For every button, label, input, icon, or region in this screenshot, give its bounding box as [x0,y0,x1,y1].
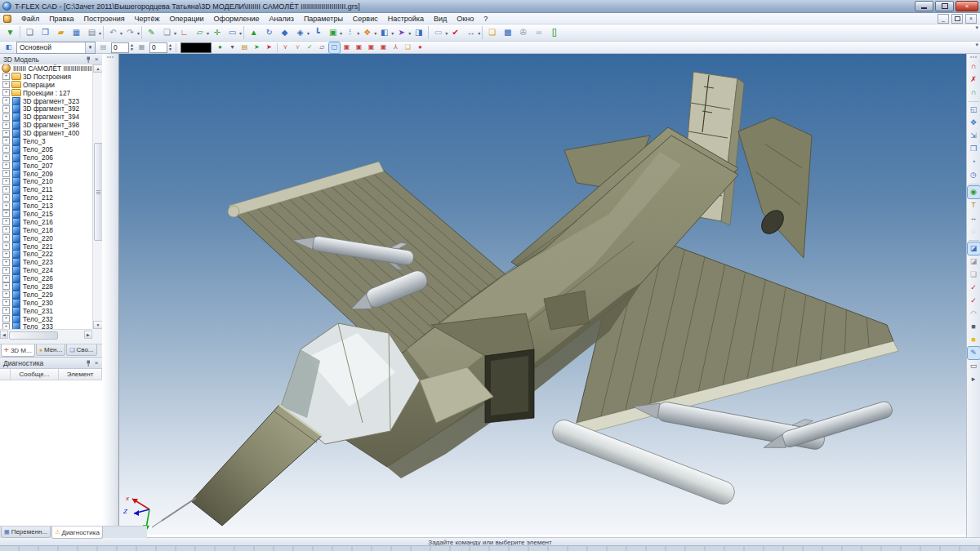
workplane-3d-icon[interactable]: ▭ [225,26,239,40]
snap1-icon[interactable]: ▣ [341,42,352,53]
tree-item[interactable]: +Тело_221 [0,242,92,251]
tree-item[interactable]: +Тело_222 [0,250,92,258]
chevron-down-icon[interactable]: ▾ [174,30,176,36]
delete-op-icon[interactable]: ▭ [431,26,445,40]
expand-icon[interactable]: + [2,210,10,217]
fuel-tank[interactable] [550,417,737,508]
check-bodies-icon[interactable]: ✓ [968,295,980,307]
aircraft-model[interactable]: x Z [119,54,967,537]
tree-del-icon[interactable]: ➤ [264,42,274,53]
menu-item-4[interactable]: Операции [165,13,209,24]
tree-up-icon[interactable]: ➤ [252,42,262,53]
expand-icon[interactable]: + [2,81,10,88]
expand-icon[interactable]: + [2,113,10,121]
expand-icon[interactable]: + [2,275,10,282]
expand-icon[interactable]: + [2,145,10,153]
minimize-button[interactable] [915,1,933,11]
workplane-icon[interactable]: ▱ [193,26,207,40]
title-bar[interactable]: T-FLEX CAD - [C:\Зачет 2011\Вышегородцев… [0,0,980,13]
body-op-icon[interactable]: ◧ [377,26,391,40]
chevron-down-icon[interactable]: ▾ [307,30,310,36]
face-op-icon[interactable]: ▣ [326,26,340,40]
zoom-previous-icon[interactable]: ◔ [968,156,980,168]
expand-icon[interactable]: + [2,73,10,80]
hide-text-icon[interactable]: T [968,199,980,211]
tree-item[interactable]: +Тело_231 [0,307,92,315]
chevron-down-icon[interactable]: ▾ [99,30,101,36]
menu-item-5[interactable]: Оформление [209,13,265,24]
expand-icon[interactable]: + [2,97,10,104]
toolbar-overflow-icon[interactable]: ▾ [975,24,978,31]
tree-item[interactable]: +Тело_212 [0,193,92,202]
snap3-icon[interactable]: ▣ [366,42,376,53]
mdi-minimize[interactable]: _ [938,14,949,24]
tree-item[interactable]: +Тело_205 [0,145,92,153]
save-icon[interactable]: ▦ [69,26,83,40]
expand-icon[interactable]: + [2,194,10,202]
menu-item-12[interactable]: ? [479,13,492,24]
tree-item[interactable]: +Тело_233 [0,323,92,330]
chevron-down-icon[interactable]: ▾ [408,30,411,36]
pin-icon[interactable] [84,56,92,64]
panel-tab-2[interactable]: ❏Сво... [66,344,96,356]
expand-icon[interactable]: + [2,105,10,113]
step-stepper[interactable]: 0 ▲▼ [149,42,172,53]
expand-icon[interactable]: + [2,186,10,193]
menu-item-1[interactable]: Правка [44,13,78,24]
snap-disable-icon[interactable]: ∩ [968,60,980,73]
menu-item-2[interactable]: Построения [79,13,130,24]
links-icon[interactable]: ∞ [532,26,546,40]
tree-item[interactable]: +3D Построения [0,73,92,81]
boolean-icon[interactable]: ◆ [278,26,292,40]
chevron-down-icon[interactable]: ▾ [120,30,122,36]
chevron-down-icon[interactable]: ▼ [85,42,95,53]
zoom-page-icon[interactable]: ❒ [968,143,980,155]
menu-item-9[interactable]: Настройка [383,13,429,24]
solid-cube-icon[interactable]: ■ [968,334,980,346]
frame-mode-icon[interactable]: ▢ [329,42,340,53]
expand-icon[interactable]: + [2,170,10,177]
tree-item[interactable]: +Тело_220 [0,234,92,242]
expand-icon[interactable]: + [2,282,10,290]
step-value[interactable]: 0 [149,42,167,53]
tree-item[interactable]: +Операции [0,81,92,89]
hide-dimensions-icon[interactable]: ↔ [968,212,980,224]
tree-item[interactable]: +Проекции : 127 [0,89,92,97]
expand-icon[interactable]: + [2,153,10,161]
tree-item[interactable]: +Тело_223 [0,258,92,266]
expand-icon[interactable]: + [2,234,10,242]
blend-icon[interactable]: ◈ [293,26,307,40]
expand-icon[interactable]: + [2,218,10,225]
checkbox-view-icon[interactable]: ▾ [227,42,238,53]
close-icon[interactable]: × [92,56,100,64]
tree-root-item[interactable]: IIIIIII САМОЛЁТ IIIIIIIIIIIIIIIII [0,64,92,73]
render-mode-icon[interactable]: ✎ [968,347,980,359]
tree-item[interactable]: +3D фрагмент_398 [0,121,92,129]
bottom-tab-1[interactable]: ⚠Диагностика [51,527,103,539]
expand-icon[interactable]: + [2,202,10,210]
expand-icon[interactable]: + [2,89,10,96]
level-value[interactable]: 0 [111,42,129,53]
undo-icon[interactable]: ↶ [106,26,120,40]
tree-item[interactable]: +Тело_224 [0,266,92,274]
tree-item[interactable]: +Тело_209 [0,170,92,178]
axis-construction-icon[interactable]: ∟ [177,26,191,40]
chevron-down-icon[interactable]: ▾ [374,30,376,36]
expand-icon[interactable]: + [2,267,10,274]
tree-item[interactable]: +Тело_230 [0,299,92,307]
snap-enable-icon[interactable]: ∩ [968,87,980,99]
scroll-left-icon[interactable]: ◀ [0,331,8,339]
mdi-restore[interactable] [951,14,963,24]
layer-cube-icon[interactable]: ◧ [3,42,14,53]
chevron-down-icon[interactable]: ▾ [340,30,342,36]
tree-item[interactable]: +Тело_232 [0,315,92,323]
update-model-icon[interactable]: ▼ [3,26,17,40]
open-document-icon[interactable]: ❐ [38,26,52,40]
constraint1-icon[interactable]: ⋎ [280,42,291,53]
tree-item[interactable]: +Тело_218 [0,226,92,234]
menu-item-10[interactable]: Вид [429,13,452,24]
copy-op-icon[interactable]: ❖ [360,26,374,40]
chevron-down-icon[interactable]: ▾ [478,30,480,36]
dock-edge-strip[interactable] [102,54,119,537]
brackets-icon[interactable]: [] [547,26,561,40]
